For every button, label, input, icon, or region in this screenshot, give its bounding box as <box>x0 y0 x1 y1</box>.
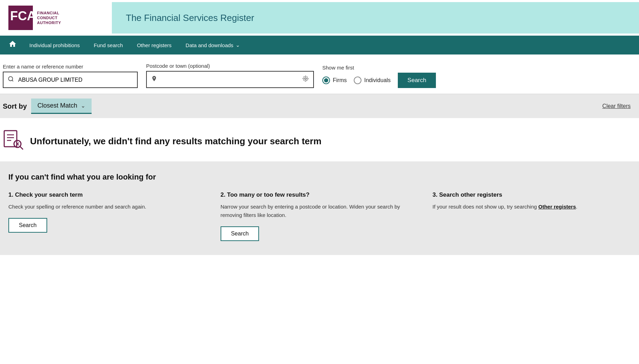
document-search-icon <box>3 129 24 150</box>
radio-firms-circle[interactable] <box>322 77 330 84</box>
postcode-input-wrapper <box>146 71 314 88</box>
page-title: The Financial Services Register <box>126 13 254 23</box>
svg-text:FCA: FCA <box>10 9 33 23</box>
svg-line-11 <box>20 146 23 149</box>
svg-point-5 <box>303 76 308 81</box>
logo-box: FCA FINANCIAL CONDUCT AUTHORITY <box>8 6 61 30</box>
location-icon <box>147 72 161 87</box>
svg-point-4 <box>305 78 307 80</box>
sort-bar: Sort by Closest Match ⌄ Clear filters <box>0 94 639 118</box>
postcode-label: Postcode or town (optional) <box>146 63 314 69</box>
radio-firms-label: Firms <box>333 77 347 83</box>
sort-left: Sort by Closest Match ⌄ <box>3 99 92 114</box>
help-col-3-text-after: . <box>576 204 577 210</box>
name-field-group: Enter a name or reference number <box>3 64 138 88</box>
nav-fund-search[interactable]: Fund search <box>87 37 130 54</box>
help-title: If you can't find what you are looking f… <box>8 173 631 182</box>
logo-section: FCA FINANCIAL CONDUCT AUTHORITY <box>0 0 112 36</box>
radio-firms[interactable]: Firms <box>322 77 347 84</box>
help-col-3-title: 3. Search other registers <box>432 191 631 198</box>
sort-value: Closest Match <box>37 102 77 109</box>
help-col-3: 3. Search other registers If your result… <box>432 191 631 241</box>
name-input[interactable] <box>18 73 137 87</box>
help-col-2-text: Narrow your search by entering a postcod… <box>221 203 419 219</box>
search-row: Enter a name or reference number Postcod… <box>3 63 631 88</box>
no-results-row: Unfortunately, we didn't find any result… <box>3 129 631 153</box>
home-icon[interactable] <box>3 36 22 54</box>
sort-dropdown[interactable]: Closest Match ⌄ <box>31 99 92 114</box>
svg-point-2 <box>8 77 13 81</box>
chevron-down-icon: ⌄ <box>236 42 240 48</box>
radio-individuals-label: Individuals <box>364 77 391 83</box>
other-registers-link[interactable]: Other registers <box>538 204 576 210</box>
clear-filters-link[interactable]: Clear filters <box>602 103 631 109</box>
no-results-area: Unfortunately, we didn't find any result… <box>0 118 639 161</box>
search-area: Enter a name or reference number Postcod… <box>0 54 639 94</box>
chevron-down-icon: ⌄ <box>81 102 85 109</box>
help-col-1-title: 1. Check your search term <box>8 191 207 198</box>
nav-data-downloads[interactable]: Data and downloads ⌄ <box>179 36 247 54</box>
nav-individual-prohibitions[interactable]: Individual prohibitions <box>22 37 87 54</box>
gps-icon[interactable] <box>298 72 313 87</box>
help-col-2: 2. Too many or too few results? Narrow y… <box>221 191 419 241</box>
help-columns: 1. Check your search term Check your spe… <box>8 191 631 241</box>
show-me-first-group: Show me first Firms Individuals Search <box>322 65 436 88</box>
svg-rect-6 <box>4 131 17 147</box>
header: FCA FINANCIAL CONDUCT AUTHORITY The Fina… <box>0 0 639 36</box>
fca-logo-icon: FCA <box>8 6 33 30</box>
help-col-1: 1. Check your search term Check your spe… <box>8 191 207 241</box>
header-title-section: The Financial Services Register <box>112 2 639 34</box>
radio-options: Firms Individuals Search <box>322 73 436 88</box>
nav-other-registers[interactable]: Other registers <box>130 37 179 54</box>
help-search-button-2[interactable]: Search <box>221 226 259 241</box>
help-col-1-text: Check your spelling or reference number … <box>8 203 207 211</box>
nav-bar: Individual prohibitions Fund search Othe… <box>0 36 639 54</box>
help-col-3-text-before: If your result does not show up, try sea… <box>432 204 538 210</box>
postcode-field-group: Postcode or town (optional) <box>146 63 314 88</box>
no-results-message: Unfortunately, we didn't find any result… <box>30 136 322 147</box>
name-input-wrapper <box>3 72 138 88</box>
svg-line-3 <box>12 80 13 81</box>
no-results-icon <box>3 129 24 153</box>
help-col-3-text: If your result does not show up, try sea… <box>432 203 631 211</box>
show-me-first-label: Show me first <box>322 65 436 71</box>
search-button[interactable]: Search <box>398 73 436 88</box>
sort-by-label: Sort by <box>3 102 27 110</box>
radio-individuals[interactable]: Individuals <box>354 77 391 84</box>
radio-individuals-circle[interactable] <box>354 77 361 84</box>
help-search-button-1[interactable]: Search <box>8 218 47 233</box>
help-col-2-title: 2. Too many or too few results? <box>221 191 419 198</box>
name-label: Enter a name or reference number <box>3 64 138 70</box>
search-icon <box>3 72 18 87</box>
logo-tagline: FINANCIAL CONDUCT AUTHORITY <box>37 10 61 26</box>
help-section: If you can't find what you are looking f… <box>0 161 639 255</box>
postcode-input[interactable] <box>161 73 298 86</box>
